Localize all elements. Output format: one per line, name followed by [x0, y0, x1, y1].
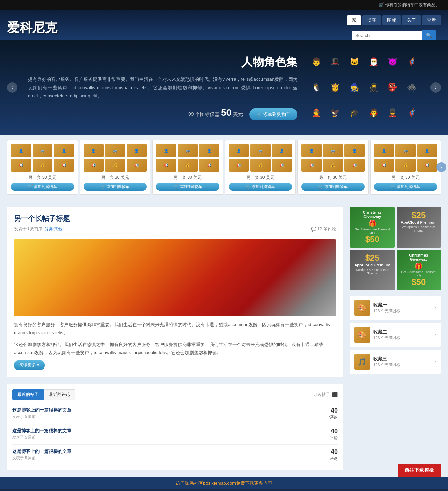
nav-home[interactable]: 家: [347, 15, 361, 25]
watermark-bar: 访问咖鸟社区bbs.xienlao.com免费下载更多内容: [0, 477, 448, 489]
mini-icon: 📢: [11, 159, 31, 172]
search-button[interactable]: 🔍: [422, 30, 436, 40]
collection-item-2[interactable]: 🎨 收藏二 123 个光泽图标 ›: [350, 323, 441, 347]
collection-info-1: 🎨 收藏一 123 个光泽图标: [354, 300, 400, 316]
ad-desc-4: Get 7 Awesome Themes! only: [400, 270, 438, 277]
mini-icon: 📢: [344, 159, 365, 172]
ad-price-3: $25: [354, 253, 391, 263]
ad-card-1[interactable]: Christmas Giveaway 🎁 Get 7 Awesome Theme…: [350, 207, 395, 248]
collection-thumb-1: 🎨: [354, 300, 370, 316]
mini-icon: 💰: [105, 159, 125, 172]
char-15: 🎓: [346, 101, 363, 124]
nav-about[interactable]: 关于: [402, 15, 421, 25]
ad-desc-2: Wordpress E-commerce Theme: [400, 225, 438, 232]
icon-sets-next-arrow[interactable]: ›: [436, 162, 446, 172]
ad-card-2[interactable]: $25 AppCloud Premium Wordpress E-commerc…: [397, 207, 441, 248]
search-input[interactable]: [352, 31, 422, 40]
subscribe-area: 订阅帖子 ⬛: [313, 392, 338, 398]
icon-set-cart-btn-3[interactable]: 🛒 添加到购物车: [156, 183, 219, 191]
list-item: 这是博客上的一篇很棒的文章 发表于 5 周前 40 评论: [12, 445, 338, 465]
ad-price-4: $50: [400, 277, 438, 287]
blog-post: 另一个长帖子标题 发表于3 周前来 分类:其他 💬 12 条评论 拥有良好的客户…: [7, 207, 343, 377]
post-category[interactable]: 分类:其他: [44, 226, 62, 232]
icon-set-preview-6: 👤 🚌 👤 📢 💰 📢: [374, 144, 438, 172]
icon-set-price-4: 另一套 30 美元: [229, 175, 292, 181]
mini-icon: 👤: [127, 144, 147, 157]
mini-icon: 📢: [199, 159, 219, 172]
nav-icons[interactable]: 图标: [382, 15, 401, 25]
comment-num: 40: [329, 448, 338, 456]
icon-set-price-2: 另一套 30 美元: [84, 175, 147, 181]
main-nav: 家 博客 图标 关于 查看: [347, 15, 441, 25]
char-14: 🦅: [327, 101, 344, 124]
chevron-right-icon-1: ›: [435, 305, 437, 311]
list-item-meta: 发表于 5 周前: [12, 455, 71, 461]
post-meta-left: 发表于3 周前来 分类:其他: [14, 226, 62, 232]
list-item-info: 这是博客上的一篇很棒的文章 发表于 5 周前: [12, 407, 71, 419]
collection-item-1[interactable]: 🎨 收藏一 123 个光泽图标 ›: [350, 296, 441, 320]
collection-thumb-3: 🎵: [354, 354, 370, 370]
char-5: 👿: [385, 51, 401, 73]
read-more-button[interactable]: 阅读更多 »: [14, 360, 45, 370]
icon-set-6: 👤 🚌 👤 📢 💰 📢 另一套 30 美元 🛒 添加到购物车: [370, 140, 441, 195]
mini-icon: 🚌: [396, 144, 416, 157]
mini-icon: 💰: [250, 159, 271, 172]
list-item: 这是博客上的一篇很棒的文章 发表于 5 周前 40 评论: [12, 424, 338, 445]
list-item-title[interactable]: 这是博客上的一篇很棒的文章: [12, 448, 71, 455]
nav-view[interactable]: 查看: [422, 15, 441, 25]
char-9: 🧙: [346, 76, 363, 99]
ad-card-3[interactable]: $25 AppCloud Premium Wordpress E-commerc…: [350, 250, 395, 290]
flame-image: [14, 239, 336, 316]
char-11: 👺: [385, 76, 401, 99]
collection-title-1: 收藏一: [373, 302, 400, 308]
tabs-header: 最近的帖子 最近的评论 订阅帖子 ⬛: [12, 389, 338, 400]
char-8: 👸: [327, 76, 344, 99]
mini-icon: 👤: [84, 144, 104, 157]
list-item-title[interactable]: 这是博客上的一篇很棒的文章: [12, 428, 71, 434]
watermark-text: 访问咖鸟社区bbs.xienlao.com免费下载更多内容: [176, 481, 272, 486]
mini-icon: 📢: [301, 159, 322, 172]
nav-blog[interactable]: 博客: [362, 15, 381, 25]
mini-icon: 👤: [417, 144, 438, 157]
list-item-title[interactable]: 这是博客上的一篇很棒的文章: [12, 407, 71, 413]
ad-card-4[interactable]: Christmas Giveaway 🎁 Get 7 Awesome Theme…: [397, 250, 441, 290]
tab-recent-posts[interactable]: 最近的帖子: [12, 389, 44, 400]
mini-icon: 👤: [54, 144, 74, 157]
header: 爱科尼克 家 博客 图标 关于 查看 🔍: [0, 10, 448, 40]
mini-icon: 👤: [272, 144, 292, 157]
top-bar: 🛒 你有你的购物车中没有商品。: [0, 0, 448, 10]
rss-icon: ⬛: [332, 392, 338, 397]
icon-set-cart-btn-6[interactable]: 🛒 添加到购物车: [374, 183, 438, 191]
icon-set-cart-btn-1[interactable]: 🛒 添加到购物车: [11, 183, 74, 191]
download-template-button[interactable]: 前往下载模板: [398, 464, 441, 477]
ad-price-2: $25: [400, 210, 438, 220]
char-13: 👲: [308, 101, 324, 124]
comment-num: 40: [329, 407, 338, 414]
collection-item-3[interactable]: 🎵 收藏三 123 个光泽图标 ›: [350, 350, 441, 374]
tab-recent-comments[interactable]: 最近的评论: [44, 389, 75, 400]
hero-next-arrow[interactable]: ›: [430, 82, 441, 93]
main-inner: 另一个长帖子标题 发表于3 周前来 分类:其他 💬 12 条评论 拥有良好的客户…: [7, 207, 441, 470]
icon-set-cart-btn-4[interactable]: 🛒 添加到购物车: [229, 183, 292, 191]
mini-icon: 👤: [229, 144, 249, 157]
icon-set-cart-btn-5[interactable]: 🛒 添加到购物车: [301, 183, 365, 191]
main-section: 另一个长帖子标题 发表于3 周前来 分类:其他 💬 12 条评论 拥有良好的客户…: [0, 200, 448, 477]
post-meta: 发表于3 周前来 分类:其他 💬 12 条评论: [14, 226, 336, 235]
icon-set-cart-btn-2[interactable]: 🛒 添加到购物车: [84, 183, 147, 191]
collection-text-1: 收藏一 123 个光泽图标: [373, 302, 400, 314]
hero-add-to-cart-button[interactable]: 🛒 添加到购物车: [249, 108, 298, 120]
mini-icon: 📢: [84, 159, 104, 172]
hero-prev-arrow[interactable]: ‹: [7, 82, 18, 93]
collection-sub-2: 123 个光泽图标: [373, 335, 400, 341]
list-item: 这是博客上的一篇很棒的文章 发表于 5 周前 40 评论: [12, 404, 338, 424]
collection-text-2: 收藏二 123 个光泽图标: [373, 329, 400, 341]
ad-title-2: AppCloud Premium: [400, 220, 438, 224]
char-1: 👨: [308, 51, 324, 73]
char-10: 🥷: [365, 76, 382, 99]
icon-set-preview-3: 👤 🚌 👤 📢 💰 📢: [156, 144, 219, 172]
icon-set-price-3: 另一套 30 美元: [156, 175, 219, 181]
icon-set-4: 👤 🚌 👤 📢 💰 📢 另一套 30 美元 🛒 添加到购物车: [225, 140, 296, 195]
search-box: 🔍: [352, 30, 436, 40]
icon-sets-section: 👤 🚌 👤 📢 💰 📢 另一套 30 美元 🛒 添加到购物车 👤 🚌 👤 📢 💰…: [0, 135, 448, 200]
char-6: 🦸: [404, 51, 420, 73]
